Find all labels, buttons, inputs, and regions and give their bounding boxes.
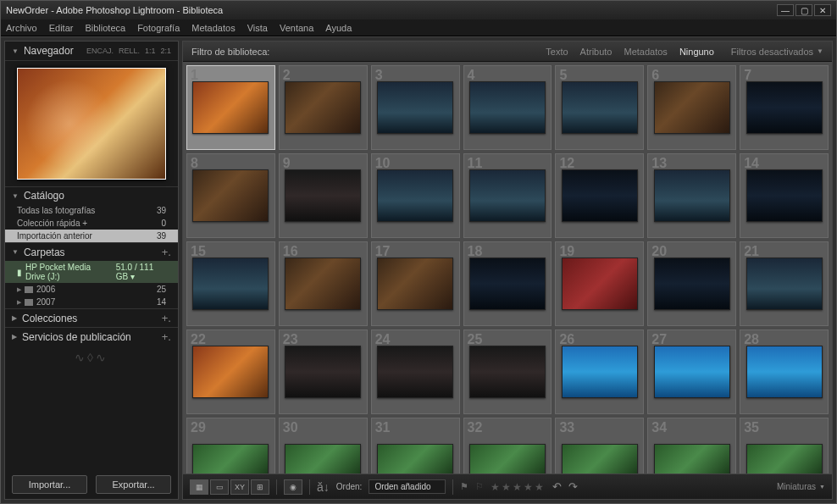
thumbnail-cell[interactable]: 7	[740, 65, 829, 150]
add-publish-icon[interactable]: +.	[162, 330, 171, 343]
order-select[interactable]: Orden añadido	[369, 479, 445, 494]
filter-tab-ninguno[interactable]: Ninguno	[679, 47, 714, 57]
thumb-index: 4	[468, 68, 475, 83]
flag-rejected-icon[interactable]: ⚐	[475, 481, 484, 492]
thumb-index: 15	[191, 244, 206, 259]
thumb-image	[562, 444, 638, 474]
collections-header[interactable]: ▶ Colecciones +.	[5, 308, 178, 327]
catalog-row[interactable]: Todas las fotografías39	[5, 204, 178, 217]
thumbnail-cell[interactable]: 18	[463, 241, 552, 326]
import-button[interactable]: Importar...	[12, 475, 87, 494]
filter-tab-texto[interactable]: Texto	[546, 47, 568, 57]
thumbnail-cell[interactable]: 16	[279, 241, 368, 326]
thumbnail-cell[interactable]: 34•••	[647, 418, 736, 474]
catalog-row[interactable]: Importación anterior39	[5, 230, 178, 242]
thumbnail-cell[interactable]: 21	[740, 241, 829, 326]
flag-picked-icon[interactable]: ⚑	[460, 481, 468, 492]
minimize-button[interactable]: —	[777, 4, 794, 16]
painter-icon[interactable]: ◉	[284, 479, 302, 495]
menu-editar[interactable]: Editar	[49, 23, 74, 33]
filter-tab-metadatos[interactable]: Metadatos	[624, 47, 668, 57]
nav-mode[interactable]: ENCAJ.	[86, 47, 114, 55]
maximize-button[interactable]: ▢	[795, 4, 812, 16]
thumbnail-cell[interactable]: 27	[647, 330, 736, 414]
thumbnail-cell[interactable]: 3	[371, 65, 460, 150]
close-button[interactable]: ✕	[814, 4, 831, 16]
thumb-index: 12	[559, 156, 574, 171]
titlebar: NewOrder - Adobe Photoshop Lightroom - B…	[1, 1, 836, 19]
thumbnail-cell[interactable]: 9	[279, 153, 368, 238]
thumbnail-cell[interactable]: 10	[371, 153, 460, 238]
filters-off-dropdown[interactable]: Filtros desactivados ▼	[731, 47, 823, 57]
thumb-index: 6	[651, 68, 659, 83]
thumbnail-cell[interactable]: 30•••	[279, 418, 368, 474]
thumbnail-cell[interactable]: 26	[555, 330, 644, 414]
preview-image[interactable]	[17, 68, 166, 180]
add-folder-icon[interactable]: +.	[162, 246, 171, 258]
thumbnails-size[interactable]: Miniaturas ▼	[777, 482, 825, 491]
menu-fotografía[interactable]: Fotografía	[137, 23, 180, 33]
rotate-cw-icon[interactable]: ↷	[568, 480, 578, 493]
sort-direction-icon[interactable]: ă↓	[317, 480, 330, 494]
separator	[452, 479, 453, 495]
drive-row[interactable]: ▮HP Pocket Media Drive (J:)51.0 / 111 GB…	[5, 261, 178, 283]
thumbnail-cell[interactable]: 24	[371, 330, 460, 414]
thumb-image	[377, 444, 453, 474]
catalog-header[interactable]: ▼ Catálogo	[5, 186, 178, 204]
thumbnail-cell[interactable]: 5	[555, 65, 644, 150]
rotate-ccw-icon[interactable]: ↶	[552, 480, 562, 493]
publish-header[interactable]: ▶ Servicios de publicación +.	[5, 327, 178, 346]
thumb-index: 23	[283, 332, 298, 347]
grid-scroll[interactable]: 1234567891011121314151617181920212223242…	[183, 62, 832, 474]
thumbnail-cell[interactable]: 4	[463, 65, 552, 150]
thumbnail-cell[interactable]: 32•••	[463, 418, 552, 474]
thumbnail-cell[interactable]: 19	[555, 241, 644, 326]
thumbnail-cell[interactable]: 35•••	[740, 418, 829, 474]
drive-icon: ▮	[17, 268, 22, 277]
thumbnail-cell[interactable]: 11	[463, 153, 552, 238]
navigator-header[interactable]: ▼ Navegador ENCAJ.RELL.1:12:1	[5, 42, 178, 61]
thumbnail-cell[interactable]: 15	[186, 241, 275, 326]
menu-biblioteca[interactable]: Biblioteca	[85, 23, 125, 33]
folder-row[interactable]: ▶200714	[5, 296, 178, 308]
thumbnail-cell[interactable]: 31•••	[371, 418, 460, 474]
folder-row[interactable]: ▶200625	[5, 283, 178, 296]
thumbnail-cell[interactable]: 20	[647, 241, 736, 326]
thumbnail-cell[interactable]: 25	[463, 330, 552, 414]
export-button[interactable]: Exportar...	[96, 475, 171, 494]
thumb-image	[192, 444, 269, 474]
compare-view-icon[interactable]: XY	[230, 479, 249, 495]
thumbnail-cell[interactable]: 12	[555, 153, 644, 238]
thumbnail-cell[interactable]: 13	[647, 153, 736, 238]
thumbnail-cell[interactable]: 23	[279, 330, 368, 414]
thumbnail-cell[interactable]: 14	[740, 153, 829, 238]
survey-view-icon[interactable]: ⊞	[251, 479, 269, 495]
thumbnail-cell[interactable]: 33•••	[555, 418, 644, 474]
thumbnail-cell[interactable]: 17	[371, 241, 460, 326]
catalog-row[interactable]: Colección rápida +0	[5, 217, 178, 230]
add-collection-icon[interactable]: +.	[162, 312, 171, 324]
nav-mode[interactable]: 2:1	[160, 47, 171, 55]
filter-tab-atributo[interactable]: Atributo	[580, 47, 613, 57]
catalog-label: Catálogo	[24, 190, 64, 202]
thumbnail-cell[interactable]: 6	[647, 65, 736, 150]
nav-mode[interactable]: 1:1	[145, 47, 156, 55]
nav-mode[interactable]: RELL.	[119, 47, 140, 55]
thumbnail-cell[interactable]: 29•••	[186, 418, 275, 474]
menu-metadatos[interactable]: Metadatos	[191, 23, 235, 33]
thumb-image	[469, 444, 546, 474]
menu-vista[interactable]: Vista	[247, 23, 268, 33]
folders-header[interactable]: ▼ Carpetas +.	[5, 242, 178, 261]
loupe-view-icon[interactable]: ▭	[210, 479, 229, 495]
thumb-index: 30	[283, 420, 298, 435]
menu-archivo[interactable]: Archivo	[6, 23, 37, 33]
thumbnail-cell[interactable]: 28	[740, 330, 829, 414]
menu-ventana[interactable]: Ventana	[280, 23, 313, 33]
grid-view-icon[interactable]: ▦	[190, 479, 208, 495]
menu-ayuda[interactable]: Ayuda	[325, 23, 352, 33]
thumbnail-cell[interactable]: 2	[279, 65, 368, 150]
thumbnail-cell[interactable]: 8	[186, 153, 275, 238]
rating-stars[interactable]: ★★★★★	[491, 481, 546, 493]
thumbnail-cell[interactable]: 22	[186, 330, 275, 414]
thumbnail-cell[interactable]: 1	[186, 65, 275, 150]
